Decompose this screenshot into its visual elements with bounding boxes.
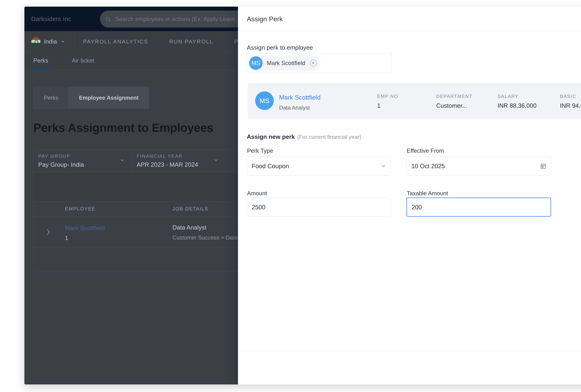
app-window: Darksiders Inc India PAYROLL ANALYTICS R… — [24, 6, 581, 385]
basic-value: INR 94,00,000 — [560, 102, 581, 109]
effective-from-datepicker[interactable]: 10 Oct 2025 — [406, 156, 551, 175]
chevron-down-icon — [60, 39, 65, 44]
subtab-perks[interactable]: Perks — [34, 87, 68, 108]
employee-summary-card: MS Mark Scottfield Data Analyst EMP NO 1… — [248, 83, 581, 119]
section-note: (For current financial year) — [297, 134, 361, 140]
modal-header: Assign Perk — [238, 6, 581, 31]
section-title: Assign new perk — [247, 133, 295, 140]
department-label: DEPARTMENT — [436, 94, 472, 99]
modal-title: Assign Perk — [247, 6, 283, 31]
nav-run-payroll[interactable]: RUN PAYROLL — [169, 38, 213, 45]
avatar: MS — [249, 56, 262, 70]
tab-air-ticket[interactable]: Air ticket — [72, 52, 94, 70]
basic-label: BASIC — [560, 94, 576, 99]
taxable-amount-input[interactable] — [406, 198, 551, 217]
perk-type-select[interactable]: Food Coupon — [247, 156, 391, 175]
amount-label: Amount — [247, 190, 267, 197]
org-name: Darksiders Inc — [31, 6, 71, 31]
nav-payroll-analytics[interactable]: PAYROLL ANALYTICS — [83, 38, 148, 45]
calendar-icon — [540, 163, 546, 169]
tab-perks[interactable]: Perks — [33, 52, 48, 70]
country-label: India — [44, 38, 57, 45]
effective-from-value: 10 Oct 2025 — [411, 162, 540, 170]
chip-employee-name: Mark Scottfield — [267, 60, 305, 66]
perk-type-label: Perk Type — [247, 147, 273, 154]
pay-group-value: Pay Group- India — [38, 161, 132, 168]
search-icon — [105, 16, 111, 22]
subtab-employee-assignment[interactable]: Employee Assignment — [68, 87, 149, 108]
assign-to-label: Assign perk to employee — [247, 44, 313, 51]
employee-chip: MS Mark Scottfield ✕ — [249, 55, 320, 71]
department-value: Customer... — [436, 102, 467, 109]
assign-new-perk-section: Assign new perk (For current financial y… — [247, 133, 361, 140]
pay-group-filter[interactable]: PAY GROUP Pay Group- India — [34, 150, 132, 172]
country-selector[interactable]: India — [24, 31, 74, 52]
effective-from-label: Effective From — [407, 147, 444, 154]
chevron-down-icon — [381, 163, 386, 169]
amount-input[interactable] — [247, 198, 391, 217]
pay-group-label: PAY GROUP — [38, 154, 132, 159]
salary-label: SALARY — [498, 94, 518, 99]
india-flag-icon — [31, 37, 40, 46]
employee-name-link[interactable]: Mark Scottfield — [279, 94, 320, 101]
assign-perk-modal: Assign Perk Assign perk to employee MS M… — [238, 6, 581, 385]
emp-no-value: 1 — [377, 102, 380, 109]
job-title: Data Analyst — [172, 224, 206, 231]
modal-footer: Cancel Assign — [238, 351, 581, 385]
active-tab-underline — [31, 68, 52, 70]
taxable-amount-label: Taxable Amount — [407, 190, 448, 197]
job-path: Customer Success > Data — [172, 234, 238, 241]
chevron-down-icon — [213, 157, 219, 163]
subtab-switcher: Perks Employee Assignment — [33, 87, 149, 109]
salary-value: INR 88,36,000 — [498, 102, 536, 109]
employee-name-link[interactable]: Mark Scottfield — [65, 224, 105, 231]
expand-row-icon[interactable] — [45, 228, 51, 236]
remove-employee-icon[interactable]: ✕ — [310, 60, 317, 66]
screenshot-canvas: Darksiders Inc India PAYROLL ANALYTICS R… — [0, 0, 581, 392]
column-employee: EMPLOYEE — [65, 206, 96, 212]
employee-role: Data Analyst — [279, 104, 310, 111]
page-title: Perks Assignment to Employees — [33, 121, 213, 135]
chevron-down-icon — [120, 157, 125, 163]
employee-number: 1 — [65, 235, 68, 241]
avatar: MS — [255, 91, 274, 110]
emp-no-label: EMP NO — [377, 94, 398, 99]
perk-type-value: Food Coupon — [252, 162, 381, 170]
employee-picker-input[interactable]: MS Mark Scottfield ✕ — [247, 53, 392, 73]
column-job-details: JOB DETAILS — [172, 206, 208, 212]
